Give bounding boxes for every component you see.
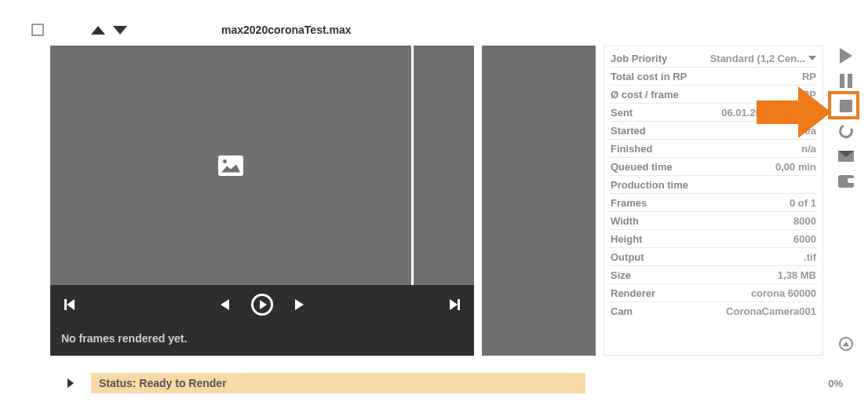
detail-production-time: Production time (609, 176, 818, 194)
detail-job-priority[interactable]: Job Priority Standard (1,2 Cen... (609, 49, 818, 68)
detail-value: CoronaCamera001 (726, 305, 816, 317)
detail-total-cost: Total cost in RPRP (609, 68, 818, 86)
detail-label: Queued time (611, 161, 673, 173)
mail-button[interactable] (837, 148, 855, 165)
detail-value: 06.01.2021 12:25:30 (721, 107, 816, 119)
detail-label: Renderer (611, 287, 655, 299)
detail-value: 8000 (793, 215, 816, 227)
detail-frames: Frames0 of 1 (609, 194, 818, 212)
detail-cam: CamCoronaCamera001 (609, 302, 818, 320)
detail-value: 0 of 1 (790, 197, 816, 209)
pause-button[interactable] (837, 72, 855, 90)
chevron-right-icon (67, 378, 74, 388)
detail-output: Output.tif (609, 248, 818, 266)
prev-frame-button[interactable] (221, 299, 229, 310)
play-button[interactable] (251, 294, 273, 316)
detail-value: RP (802, 71, 816, 82)
status-expand-toggle[interactable] (50, 378, 91, 388)
detail-value: .tif (804, 251, 816, 263)
detail-value: n/a (801, 143, 816, 155)
detail-value: 6000 (793, 233, 816, 245)
thumbnail-panel (482, 46, 596, 356)
detail-label: Size (611, 269, 631, 281)
detail-value: Standard (1,2 Cen... (710, 53, 805, 64)
detail-label: Frames (611, 197, 647, 209)
status-percent: 0% (828, 378, 852, 389)
download-button[interactable] (837, 335, 855, 353)
detail-renderer: Renderercorona 60000 (609, 284, 818, 302)
row-select-checkbox[interactable] (31, 24, 44, 36)
job-details-panel: Job Priority Standard (1,2 Cen... Total … (604, 46, 823, 356)
preview-panel: No frames rendered yet. (50, 46, 474, 356)
refresh-button[interactable] (837, 122, 855, 140)
detail-finished: Finishedn/a (609, 140, 818, 158)
detail-sent: Sent06.01.2021 12:25:30 (609, 104, 818, 122)
start-button[interactable] (837, 47, 855, 64)
preview-main (50, 46, 411, 285)
detail-label: Total cost in RP (611, 71, 687, 82)
preview-side (411, 46, 474, 285)
detail-cost-per-frame: Ø cost / frameRP (609, 86, 818, 104)
detail-value: corona 60000 (751, 287, 816, 299)
detail-value: n/a (801, 125, 816, 137)
detail-label: Sent (611, 107, 633, 119)
stop-button[interactable] (837, 97, 855, 115)
chevron-down-icon (808, 56, 816, 60)
file-title: max2020coronaTest.max (221, 24, 352, 36)
detail-width: Width8000 (609, 212, 818, 230)
image-placeholder-icon (218, 155, 243, 176)
frame-status-message: No frames rendered yet. (50, 324, 474, 356)
move-down-icon[interactable] (113, 26, 127, 35)
status-bar: Status: Ready to Render 0% (50, 373, 852, 393)
detail-label: Production time (611, 179, 688, 191)
detail-label: Job Priority (611, 53, 667, 64)
status-label: Status: Ready to Render (91, 373, 585, 393)
next-frame-button[interactable] (295, 299, 304, 310)
skip-end-button[interactable] (450, 299, 460, 310)
detail-label: Width (611, 215, 639, 227)
detail-label: Height (611, 233, 642, 245)
detail-label: Cam (611, 305, 633, 317)
actions-toolbar (831, 46, 861, 356)
detail-value: 0,00 min (775, 161, 816, 173)
detail-queued-time: Queued time0,00 min (609, 158, 818, 176)
detail-size: Size1,38 MB (609, 266, 818, 284)
wallet-button[interactable] (837, 173, 855, 190)
detail-value: RP (802, 89, 816, 100)
skip-start-button[interactable] (64, 299, 75, 310)
detail-label: Output (611, 251, 644, 263)
detail-label: Finished (611, 143, 652, 155)
detail-height: Height6000 (609, 230, 818, 248)
detail-value: 1,38 MB (778, 269, 816, 281)
detail-started: Startedn/a (609, 122, 818, 140)
detail-label: Ø cost / frame (611, 89, 679, 100)
playback-bar (50, 285, 474, 324)
move-up-icon[interactable] (91, 26, 105, 35)
detail-label: Started (611, 125, 646, 137)
